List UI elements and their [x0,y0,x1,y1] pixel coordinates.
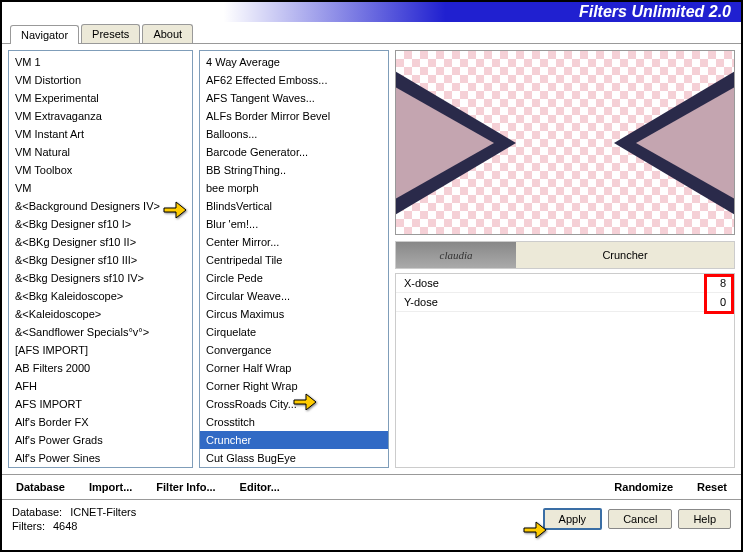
footer: Database:ICNET-Filters Filters:4648 Appl… [2,500,741,538]
list-item[interactable]: Cirquelate [200,323,388,341]
filter-header: claudia Cruncher [395,241,735,269]
tab-about[interactable]: About [142,24,193,43]
reset-button[interactable]: Reset [693,479,731,495]
highlight-box [704,274,734,314]
list-item[interactable]: AFH [9,377,192,395]
parameter-panel: X-dose 8 Y-dose 0 [395,273,735,468]
tab-navigator[interactable]: Navigator [10,25,79,44]
list-item[interactable]: VM Extravaganza [9,107,192,125]
import-button[interactable]: Import... [85,479,136,495]
param-label: Y-dose [404,296,438,308]
filters-label: Filters: [12,520,45,532]
database-button[interactable]: Database [12,479,69,495]
db-label: Database: [12,506,62,518]
db-value: ICNET-Filters [70,506,136,518]
list-item[interactable]: Cut Glass BugEye [200,449,388,467]
list-item[interactable]: Blur 'em!... [200,215,388,233]
list-item[interactable]: Corner Right Wrap [200,377,388,395]
title-bar: Filters Unlimited 2.0 [2,2,741,22]
list-item[interactable]: VM 1 [9,53,192,71]
editor-button[interactable]: Editor... [236,479,284,495]
list-item[interactable]: ALFs Border Mirror Bevel [200,107,388,125]
randomize-button[interactable]: Randomize [610,479,677,495]
list-item[interactable]: BlindsVertical [200,197,388,215]
list-item[interactable]: VM [9,179,192,197]
filters-value: 4648 [53,520,77,532]
author-logo: claudia [396,242,516,268]
filter-name-label: Cruncher [516,242,734,268]
list-item[interactable]: Circus Maximus [200,305,388,323]
list-item[interactable]: bee morph [200,179,388,197]
list-item[interactable]: Convergance [200,341,388,359]
list-item[interactable]: &<Background Designers IV> [9,197,192,215]
list-item[interactable]: Barcode Generator... [200,143,388,161]
list-item[interactable]: AB Filters 2000 [9,359,192,377]
list-item[interactable]: VM Natural [9,143,192,161]
list-item[interactable]: VM Distortion [9,71,192,89]
list-item[interactable]: Corner Half Wrap [200,359,388,377]
list-item[interactable]: CrossRoads City... [200,395,388,413]
list-item[interactable]: VM Instant Art [9,125,192,143]
list-item[interactable]: VM Experimental [9,89,192,107]
list-item[interactable]: Alf's Border FX [9,413,192,431]
param-label: X-dose [404,277,439,289]
list-item[interactable]: Centripedal Tile [200,251,388,269]
list-item[interactable]: AF62 Effected Emboss... [200,71,388,89]
right-panel: claudia Cruncher X-dose 8 Y-dose 0 [395,50,735,468]
list-item[interactable]: Balloons... [200,125,388,143]
list-item[interactable]: Alf's Power Grads [9,431,192,449]
param-row[interactable]: Y-dose 0 [396,293,734,312]
list-item[interactable]: BB StringThing.. [200,161,388,179]
list-item[interactable]: &<Kaleidoscope> [9,305,192,323]
list-item[interactable]: &<Sandflower Specials°v°> [9,323,192,341]
help-button[interactable]: Help [678,509,731,529]
cancel-button[interactable]: Cancel [608,509,672,529]
list-item[interactable]: &<Bkg Designers sf10 IV> [9,269,192,287]
tab-presets[interactable]: Presets [81,24,140,43]
list-item[interactable]: &<Bkg Designer sf10 I> [9,215,192,233]
filter-list[interactable]: 4 Way AverageAF62 Effected Emboss...AFS … [199,50,389,468]
filter-info-button[interactable]: Filter Info... [152,479,219,495]
list-item[interactable]: Cut Glass 01 [200,467,388,468]
list-item[interactable]: Center Mirror... [200,233,388,251]
list-item[interactable]: Alf's Power Sines [9,449,192,467]
list-item[interactable]: &<BKg Designer sf10 II> [9,233,192,251]
list-item[interactable]: Circular Weave... [200,287,388,305]
list-item[interactable]: AFS Tangent Waves... [200,89,388,107]
apply-button[interactable]: Apply [543,508,603,530]
list-item[interactable]: Alf's Power Toys [9,467,192,468]
list-item[interactable]: VM Toolbox [9,161,192,179]
list-item[interactable]: Crosstitch [200,413,388,431]
footer-info: Database:ICNET-Filters Filters:4648 [12,506,136,532]
list-item[interactable]: &<Bkg Designer sf10 III> [9,251,192,269]
list-item[interactable]: 4 Way Average [200,53,388,71]
list-item[interactable]: Cruncher [200,431,388,449]
main-area: VM 1VM DistortionVM ExperimentalVM Extra… [2,44,741,474]
param-row[interactable]: X-dose 8 [396,274,734,293]
lower-button-row: Database Import... Filter Info... Editor… [2,474,741,500]
app-title: Filters Unlimited 2.0 [579,3,731,21]
list-item[interactable]: &<Bkg Kaleidoscope> [9,287,192,305]
preview-image [395,50,735,235]
list-item[interactable]: AFS IMPORT [9,395,192,413]
tab-strip: Navigator Presets About [2,24,741,44]
category-list[interactable]: VM 1VM DistortionVM ExperimentalVM Extra… [8,50,193,468]
list-item[interactable]: Circle Pede [200,269,388,287]
list-item[interactable]: [AFS IMPORT] [9,341,192,359]
